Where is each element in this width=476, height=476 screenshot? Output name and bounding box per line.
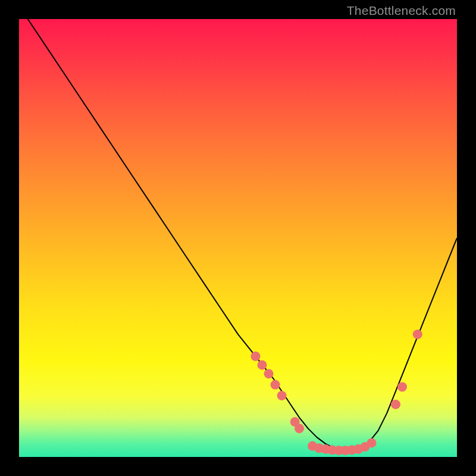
marker-dots (250, 330, 422, 455)
data-point (250, 352, 260, 361)
data-point (397, 382, 407, 392)
curve-path (28, 19, 457, 450)
chart-wrapper: TheBottleneck.com (0, 0, 476, 476)
data-point (271, 380, 280, 390)
data-point (277, 391, 287, 400)
data-point (264, 369, 274, 378)
data-point (257, 360, 267, 369)
chart-svg (19, 19, 457, 457)
data-point (391, 400, 400, 409)
curve-line (28, 19, 457, 450)
data-point (413, 330, 422, 339)
data-point (367, 438, 376, 447)
plot-area (19, 19, 457, 457)
data-point (295, 424, 304, 433)
watermark-text: TheBottleneck.com (347, 4, 456, 18)
